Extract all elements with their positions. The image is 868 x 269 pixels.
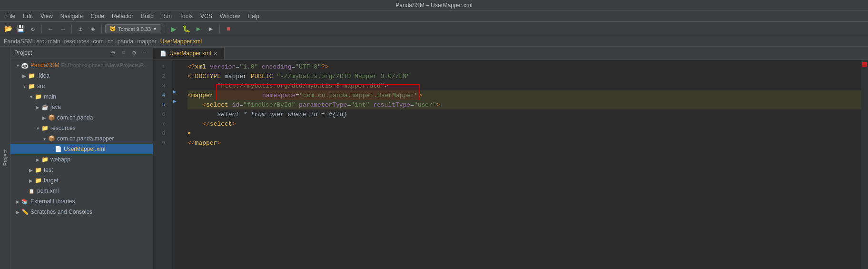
breadcrumb-file[interactable]: UserMapper.xml [160,38,202,45]
tree-label-extlib: External Libraries [30,198,75,205]
menu-refactor[interactable]: Refactor [108,12,137,20]
menu-window[interactable]: Window [217,12,244,20]
tree-item-src[interactable]: ▾ 📁 src [10,81,153,91]
tree-item-scratches[interactable]: ▶ ✏️ Scratches and Consoles [10,207,153,217]
fold-icon-5[interactable]: ▶ [173,98,177,104]
code-span: < [202,101,206,109]
tree-item-mapper-pkg[interactable]: ▾ 📦 com.cn.panda.mapper [10,133,153,144]
title-bar: PandaSSM – UserMapper.xml [0,0,868,10]
file-tree: ▾ 🐼 PandaSSM E:\Dropbox\phoenix\JavaProj… [10,59,153,269]
code-span: select * from user where id = #{id} [217,111,347,118]
folder-icon-main: 📁 [34,93,42,100]
line-num-1: 1 [153,62,168,71]
menu-view[interactable]: View [37,12,56,20]
tree-item-main[interactable]: ▾ 📁 main [10,91,153,102]
menu-run[interactable]: Run [158,12,175,20]
code-line-2: <!DOCTYPE mapper PUBLIC "-//mybatis.org/… [187,71,861,81]
tree-item-com-cn-panda[interactable]: ▶ 📦 com.cn.panda [10,112,153,123]
menu-vcs[interactable]: VCS [197,12,216,20]
tree-item-java[interactable]: ▶ ☕ java [10,102,153,112]
code-span: > [217,139,221,147]
breadcrumb-cn[interactable]: cn [108,38,114,45]
menu-file[interactable]: File [3,12,19,20]
tree-item-pandassmm[interactable]: ▾ 🐼 PandaSSM E:\Dropbox\phoenix\JavaProj… [10,60,153,70]
tab-label-usermapper: UserMapper.xml [169,50,211,57]
code-line-8: ● [187,129,861,138]
tree-item-webapp[interactable]: ▶ 📁 webapp [10,154,153,165]
breadcrumb-com[interactable]: com [93,38,104,45]
toolbar-sep1 [41,25,42,33]
project-panel: Project ⊕ ≡ ⚙ − ▾ 🐼 PandaSSM E:\Dropbox\… [10,47,153,269]
tree-arrow-scratches: ▶ [14,209,21,215]
main-layout: Project Project ⊕ ≡ ⚙ − ▾ 🐼 PandaSSM E:\… [0,47,868,269]
breadcrumb-pandassmm[interactable]: PandaSSM [4,38,33,45]
sidebar-add-icon[interactable]: ⊕ [109,49,118,57]
coverage-button[interactable]: ▶ [193,24,204,34]
code-span: id [228,101,239,109]
tree-item-usermapper[interactable]: ▶ 📄 UserMapper.xml [10,144,153,154]
breadcrumb-mapper[interactable]: mapper [137,38,157,45]
toolbar-structure[interactable]: ◈ [88,24,98,34]
code-span: resultType [369,101,410,109]
fold-icon-4[interactable]: ▶ [173,89,177,95]
code-editor[interactable]: <?xml version="1.0" encoding="UTF-8" ?> … [182,60,861,269]
code-span: = [347,101,351,109]
toolbar-back[interactable]: ← [45,24,56,34]
sidebar-minimize-icon[interactable]: − [140,49,149,57]
tree-arrow-java: ▶ [34,104,41,110]
tree-label-pom: pom.xml [37,188,59,194]
menu-code[interactable]: Code [87,12,108,20]
tree-arrow-webapp: ▶ [34,156,41,163]
menu-navigate[interactable]: Navigate [57,12,86,20]
code-span: mapper [221,73,250,80]
code-span: = [410,101,414,109]
toolbar-navigate[interactable]: ⚓ [75,24,86,34]
profile-button[interactable]: ▶ [206,24,216,34]
toolbar-open[interactable]: 📂 [3,24,13,34]
menu-tools[interactable]: Tools [176,12,196,20]
tree-arrow-extlib: ▶ [14,198,21,205]
toolbar-refresh[interactable]: ↻ [28,24,38,34]
breadcrumb-src[interactable]: src [37,38,44,45]
code-line-7: </select> [187,119,861,129]
tree-item-pom[interactable]: ▶ 📋 pom.xml [10,186,153,196]
code-span: mapper [191,92,214,99]
debug-button[interactable]: 🐛 [181,24,191,34]
extlib-icon: 📚 [21,198,29,205]
toolbar-forward[interactable]: → [58,24,68,34]
menu-edit[interactable]: Edit [20,12,36,20]
code-span: > [232,120,236,128]
breadcrumb-panda[interactable]: panda [118,38,133,45]
tree-arrow-mapper-pkg: ▾ [41,135,48,142]
toolbar-stop[interactable]: ■ [223,24,234,34]
tree-label-scratches: Scratches and Consoles [30,209,92,215]
breadcrumb-resources[interactable]: resources [64,38,89,45]
tab-close-usermapper[interactable]: ✕ [214,51,217,56]
menu-build[interactable]: Build [138,12,157,20]
breadcrumb-main[interactable]: main [48,38,60,45]
project-tab-label[interactable]: Project [0,146,10,169]
tree-arrow-idea: ▶ [21,72,28,79]
sidebar-settings-icon[interactable]: ⚙ [130,49,138,57]
run-button[interactable]: ▶ [168,24,179,34]
code-span: "1.0" [239,63,258,70]
code-span: ?> [321,63,329,70]
sidebar-sort-icon[interactable]: ≡ [119,49,128,57]
tomcat-config[interactable]: 🐱 Tomcat 9.0.33 ▼ [105,24,161,33]
folder-icon-com-cn-panda: 📦 [48,114,55,121]
tree-item-extlib[interactable]: ▶ 📚 External Libraries [10,196,153,207]
folder-icon-resources: 📁 [41,124,49,132]
code-span: = [296,92,299,99]
tree-item-resources[interactable]: ▾ 📁 resources [10,123,153,133]
tree-item-target[interactable]: ▶ 📁 target [10,175,153,186]
tree-item-idea[interactable]: ▶ 📁 .idea [10,70,153,81]
menu-help[interactable]: Help [244,12,263,20]
toolbar-save[interactable]: 💾 [15,24,26,34]
code-span: <! [187,73,195,80]
editor-content[interactable]: 1 2 3 4 5 6 7 8 9 ▶ ▶ <?xml [153,60,868,269]
tab-usermapper[interactable]: 📄 UserMapper.xml ✕ [153,47,225,60]
code-line-4: <mapper namespace="com.cn.panda.mapper.U… [187,90,861,100]
line-num-9: 9 [153,138,168,148]
tree-item-test[interactable]: ▶ 📁 test [10,165,153,175]
folder-icon-src: 📁 [28,82,35,90]
